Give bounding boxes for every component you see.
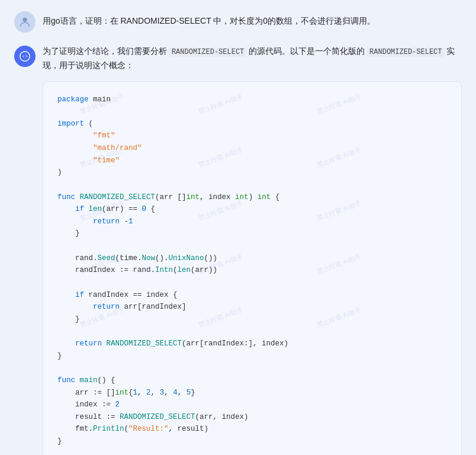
user-message-text: 用go语言，证明：在 RANDOMIZED-SELECT 中，对长度为0的数组，…: [43, 11, 462, 27]
svg-point-0: [22, 18, 27, 22]
ai-message-row: 为了证明这个结论，我们需要分析 RANDOMIZED-SELECT 的源代码。以…: [0, 40, 476, 455]
code-pre: package main import ( "fmt" "math/rand" …: [57, 94, 447, 448]
ai-content: 为了证明这个结论，我们需要分析 RANDOMIZED-SELECT 的源代码。以…: [43, 44, 462, 455]
user-avatar: [14, 11, 36, 33]
ai-intro-text: 为了证明这个结论，我们需要分析 RANDOMIZED-SELECT 的源代码。以…: [43, 44, 462, 73]
ai-avatar: [14, 46, 36, 67]
code-inner: package main import ( "fmt" "math/rand" …: [43, 82, 461, 455]
svg-point-2: [24, 55, 27, 58]
user-message-row: 用go语言，证明：在 RANDOMIZED-SELECT 中，对长度为0的数组，…: [0, 0, 476, 40]
code-block: 禁止转载 AI助手 禁止转载 AI助手 禁止转载 AI助手 禁止转载 AI助手 …: [43, 81, 462, 455]
